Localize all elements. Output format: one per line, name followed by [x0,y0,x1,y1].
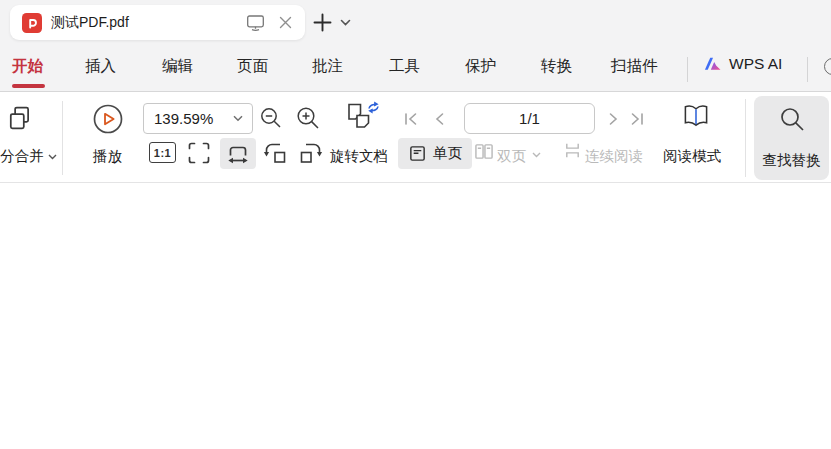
chevron-down-icon [48,154,57,160]
header: 测试PDF.pdf 开始 插入 编辑 页面 批注 工具 保护 转换 扫描件 [0,0,831,92]
close-tab-icon[interactable] [278,15,293,30]
menu-tab-insert[interactable]: 插入 [85,56,116,77]
first-page-icon[interactable] [402,110,420,128]
toolbar-divider [745,99,746,177]
play-button-label[interactable]: 播放 [93,147,122,166]
find-replace-label: 查找替换 [763,151,821,170]
menu-divider [807,57,808,82]
read-mode-icon[interactable] [681,102,711,129]
chevron-down-icon [532,152,541,158]
double-page-label: 双页 [497,147,526,166]
search-icon [777,105,807,135]
split-merge-label: 分合并 [0,147,44,166]
rotate-document-icon[interactable] [341,100,381,134]
rotate-document-label[interactable]: 旋转文档 [330,147,388,166]
chevron-down-icon [233,115,243,122]
wps-pdf-logo-icon [22,13,42,33]
zoom-out-icon[interactable] [258,105,284,131]
zoom-level-value: 139.59% [154,110,233,127]
single-page-label: 单页 [433,144,462,163]
present-to-screen-icon[interactable] [246,14,265,31]
page-number-input[interactable] [464,103,595,134]
split-merge-icon[interactable] [7,105,33,131]
continuous-read-icon [563,141,582,160]
single-page-button[interactable]: 单页 [398,138,472,169]
zoom-in-icon[interactable] [294,104,322,132]
tab-title: 测试PDF.pdf [51,14,129,32]
toolbar: 分合并 播放 139.59% 旋转文档 1:1 [0,93,831,183]
actual-size-icon[interactable]: 1:1 [149,142,176,163]
double-page-icon [473,142,495,161]
split-merge-button[interactable]: 分合并 [0,147,57,166]
play-button-icon[interactable] [92,103,124,135]
menu-tab-edit[interactable]: 编辑 [162,56,193,77]
menu-tab-comment[interactable]: 批注 [312,56,343,77]
menu-divider [687,57,688,82]
menu-tab-home[interactable]: 开始 [12,56,43,77]
toolbar-divider [62,101,63,175]
active-tab-underline [12,84,45,88]
previous-page-icon[interactable] [431,110,449,128]
pdf-page-canvas: 测试 PDF ‘’ 测试表头 实在智能表格一 实在智能表格二 实在智能！！ 说明… [0,184,831,449]
wps-ai-logo-icon [702,54,723,73]
rotate-left-icon[interactable] [262,140,290,166]
rotate-right-icon[interactable] [296,140,324,166]
new-tab-button[interactable] [313,13,332,32]
clipped-menu-icon[interactable] [824,58,831,75]
document-tab[interactable]: 测试PDF.pdf [10,5,305,40]
tab-list-chevron-icon[interactable] [340,19,351,26]
fit-width-icon [226,142,250,166]
zoom-level-select[interactable]: 139.59% [143,103,253,134]
next-page-icon[interactable] [604,110,622,128]
fit-page-icon[interactable] [185,139,213,167]
fit-width-button[interactable] [220,138,256,169]
wps-ai-label: WPS AI [729,55,782,73]
find-replace-button[interactable]: 查找替换 [754,96,829,180]
continuous-read-label: 连续阅读 [585,147,643,166]
single-page-icon [408,144,427,163]
read-mode-label[interactable]: 阅读模式 [663,147,721,166]
menu-tab-tools[interactable]: 工具 [389,56,420,77]
last-page-icon[interactable] [628,110,646,128]
menu-tab-page[interactable]: 页面 [237,56,268,77]
menu-tab-scan[interactable]: 扫描件 [611,56,658,77]
wps-ai-button[interactable]: WPS AI [702,54,782,73]
menu-tab-convert[interactable]: 转换 [541,56,572,77]
menu-tab-protect[interactable]: 保护 [465,56,496,77]
